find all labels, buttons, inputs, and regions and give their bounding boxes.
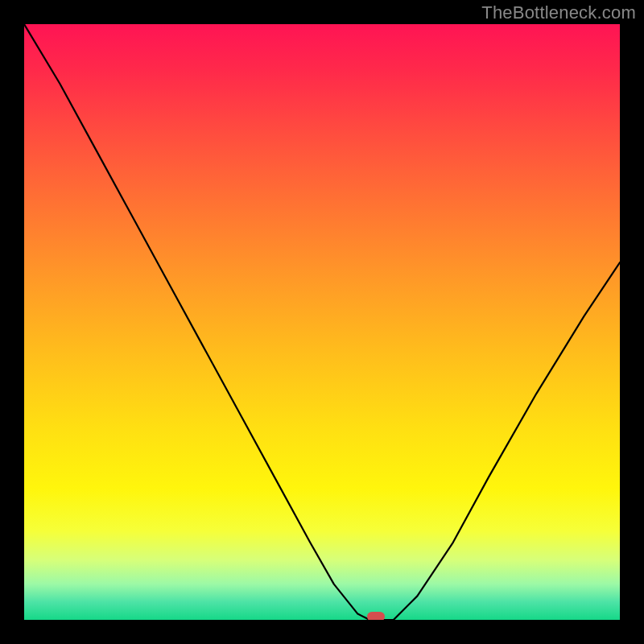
curve-svg [24, 24, 620, 620]
chart-frame: TheBottleneck.com [0, 0, 644, 644]
plot-area [24, 24, 620, 620]
bottleneck-curve-line [24, 24, 620, 620]
optimum-marker [367, 612, 385, 620]
watermark-label: TheBottleneck.com [481, 2, 636, 23]
